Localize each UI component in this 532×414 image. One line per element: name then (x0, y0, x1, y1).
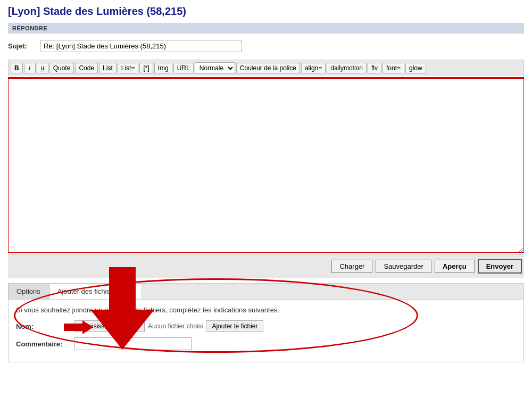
quote-button[interactable]: Quote (49, 63, 74, 73)
underline-button[interactable]: u (37, 63, 48, 73)
toolbar: B i u Quote Code List List= [*] Img URL … (8, 60, 524, 76)
sauvegarder-button[interactable]: Sauvegarder (376, 260, 431, 273)
file-input-wrapper: Choisissez un fichier Aucun fichier choi… (74, 320, 263, 332)
font-button[interactable]: font= (383, 63, 404, 73)
list-eq-button[interactable]: List= (118, 63, 139, 73)
add-file-button[interactable]: Ajouter le fichier (206, 320, 263, 332)
list-button[interactable]: List (99, 63, 117, 73)
envoyer-button[interactable]: Envoyer (478, 259, 522, 274)
bold-button[interactable]: B (11, 63, 23, 73)
section-header: RÉPONDRE (8, 23, 524, 34)
subject-input[interactable] (40, 40, 242, 52)
align-button[interactable]: align= (301, 63, 326, 73)
message-textarea[interactable] (8, 77, 524, 253)
commentaire-label: Commentaire: (16, 340, 74, 348)
italic-button[interactable]: i (24, 63, 36, 73)
code-button[interactable]: Code (75, 63, 98, 73)
page-title: [Lyon] Stade des Lumières (58,215) (8, 5, 524, 18)
size-select[interactable]: Normale (195, 62, 235, 74)
tab-options[interactable]: Options (9, 284, 48, 299)
glow-button[interactable]: glow (405, 63, 426, 73)
tabs-container: Options Ajouter des fichiers joints Si v… (8, 283, 524, 362)
commentaire-input[interactable] (74, 337, 192, 350)
nom-row: Nom: Choisissez un fichier Aucun fichier… (16, 320, 516, 332)
tab-headers: Options Ajouter des fichiers joints (9, 284, 523, 300)
couleur-button[interactable]: Couleur de la police (236, 63, 300, 73)
action-row: Charger Sauvegarder Aperçu Envoyer (8, 254, 524, 278)
subject-row: Sujet: (8, 38, 524, 54)
flv-button[interactable]: flv (368, 63, 381, 73)
tab-fichiers-content: Si vous souhaitez joindre un ou plusieur… (9, 300, 523, 362)
tab-description: Si vous souhaitez joindre un ou plusieur… (16, 306, 516, 314)
apercu-button[interactable]: Aperçu (435, 260, 475, 273)
charger-button[interactable]: Charger (331, 260, 372, 273)
dailymotion-button[interactable]: dailymotion (327, 63, 367, 73)
no-file-label: Aucun fichier choisi (148, 322, 203, 330)
img-button[interactable]: Img (154, 63, 172, 73)
right-arrow-icon (64, 319, 96, 335)
subject-label: Sujet: (8, 42, 35, 50)
commentaire-row: Commentaire: (16, 337, 516, 350)
tab-fichiers[interactable]: Ajouter des fichiers joints (49, 284, 143, 299)
url-button[interactable]: URL (173, 63, 194, 73)
star-button[interactable]: [*] (139, 63, 153, 73)
svg-marker-1 (64, 320, 93, 334)
